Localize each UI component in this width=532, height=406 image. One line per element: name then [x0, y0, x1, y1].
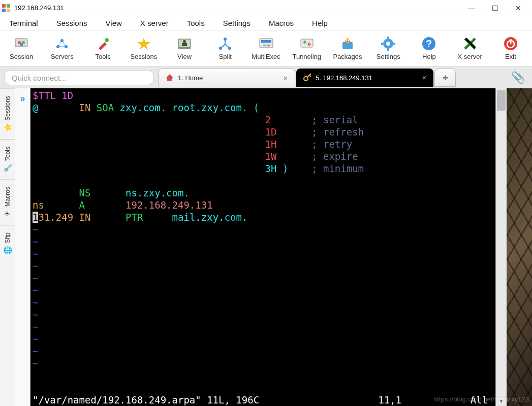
term-text: ns.zxy.com. [126, 187, 190, 198]
tool-xserver[interactable]: X server [450, 31, 490, 66]
power-icon [503, 37, 518, 51]
terminal[interactable]: $TTL 1D @ IN SOA zxy.com. root.zxy.com. … [30, 88, 495, 406]
tools-icon [96, 37, 111, 51]
paperclip-icon[interactable]: 📎 [511, 71, 525, 84]
left-sidebar-tabs: ⭐Sessions 🔧Tools ✈Macros 🌐Sftp [0, 88, 15, 406]
tool-split[interactable]: Split [205, 31, 245, 66]
term-text: mail.zxy.com. [172, 212, 248, 223]
sidetab-sftp[interactable]: 🌐Sftp [0, 225, 15, 261]
menu-help[interactable]: Help [303, 16, 337, 30]
status-file: "/var/named/192.168.249.arpa" 11L, 196C [33, 394, 259, 406]
term-tilde: ~ [33, 333, 38, 345]
tool-exit[interactable]: Exit [490, 31, 531, 66]
svg-point-40 [304, 77, 308, 81]
scroll-thumb[interactable] [497, 90, 506, 111]
split-icon [217, 37, 233, 51]
tool-view[interactable]: View [164, 31, 205, 66]
sidetab-macros[interactable]: ✈Macros [0, 179, 15, 225]
tab-add-button[interactable]: ✚ [434, 69, 456, 87]
tool-label: Session [10, 53, 33, 60]
term-comment: ; refresh [311, 126, 364, 138]
globe-icon: 🌐 [4, 246, 12, 255]
title-text: 192.168.249.131 [14, 4, 460, 12]
menu-sessions[interactable]: Sessions [47, 16, 97, 30]
menu-tools[interactable]: Tools [178, 16, 214, 30]
session-icon [14, 37, 29, 51]
menu-settings[interactable]: Settings [214, 16, 260, 30]
desktop-background-sliver [507, 88, 532, 406]
term-value: 1H [265, 139, 277, 150]
tool-label: Settings [377, 53, 400, 60]
svg-rect-33 [381, 43, 384, 45]
svg-rect-1 [7, 4, 10, 8]
window-controls: — ☐ ✕ [460, 1, 530, 16]
svg-text:?: ? [426, 38, 432, 49]
svg-rect-3 [7, 9, 10, 12]
sidetab-label: Sessions [4, 96, 11, 121]
svg-rect-28 [342, 42, 353, 49]
scrollbar[interactable]: ▼ [495, 88, 507, 406]
term-text: 31.249 [38, 212, 79, 223]
maximize-button[interactable]: ☐ [483, 1, 507, 16]
tab-session-active[interactable]: 5. 192.168.249.131 × [296, 69, 433, 87]
tool-label: Split [219, 53, 232, 60]
term-tilde: ~ [33, 297, 38, 308]
term-text: @ [33, 102, 79, 113]
tab-home[interactable]: 1. Home × [158, 69, 295, 87]
tab-label: 1. Home [178, 74, 203, 82]
chevron-right-icon: » [20, 93, 25, 104]
sidetab-tools[interactable]: 🔧Tools [0, 139, 15, 179]
tab-close-icon[interactable]: × [422, 74, 426, 82]
sidetab-label: Sftp [4, 232, 11, 243]
term-value: 1W [265, 151, 277, 162]
gear-icon [381, 37, 396, 51]
term-tilde: ~ [33, 224, 38, 235]
svg-point-7 [20, 43, 23, 46]
menu-macros[interactable]: Macros [260, 16, 303, 30]
tunneling-icon [299, 37, 315, 51]
star-icon: ⭐ [4, 123, 12, 132]
status-pos: 11,1 [378, 394, 401, 406]
term-comment: ; retry [311, 139, 352, 150]
cursor: 1 [33, 212, 38, 223]
tool-help[interactable]: ?Help [409, 31, 449, 66]
menubar: Terminal Sessions View X server Tools Se… [0, 16, 532, 30]
term-tilde: ~ [33, 346, 38, 357]
home-icon [166, 73, 174, 83]
sidetab-sessions[interactable]: ⭐Sessions [0, 88, 15, 139]
tool-servers[interactable]: Servers [42, 31, 82, 66]
term-text: $TTL 1D [33, 90, 73, 101]
tool-label: Help [422, 53, 436, 60]
tool-packages[interactable]: Packages [327, 31, 368, 66]
tool-settings[interactable]: Settings [368, 31, 409, 66]
svg-rect-32 [387, 48, 389, 51]
sidebar-expand[interactable]: » [15, 88, 30, 406]
term-tilde: ~ [33, 285, 38, 296]
tool-sessions[interactable]: Sessions [123, 31, 164, 66]
x-icon [462, 37, 478, 51]
tool-label: X server [457, 53, 482, 60]
menu-terminal[interactable]: Terminal [0, 16, 47, 30]
send-icon: ✈ [4, 211, 12, 217]
term-tilde: ~ [33, 273, 38, 284]
minimize-button[interactable]: — [460, 1, 483, 16]
tool-tunneling[interactable]: Tunneling [287, 31, 327, 66]
tool-multiexec[interactable]: MultiExec [245, 31, 286, 66]
menu-xserver[interactable]: X server [131, 16, 178, 30]
svg-line-12 [62, 41, 66, 47]
term-tilde: ~ [33, 358, 38, 369]
term-comment: ; minimum [311, 163, 364, 174]
close-button[interactable]: ✕ [507, 1, 530, 16]
vim-status-line: "/var/named/192.168.249.arpa" 11L, 196C1… [30, 394, 495, 406]
tab-label: 5. 192.168.249.131 [316, 74, 372, 82]
menu-view[interactable]: View [97, 16, 131, 30]
quick-connect-input[interactable]: Quick connect... [4, 70, 154, 85]
svg-rect-2 [2, 9, 6, 12]
key-icon [303, 73, 311, 83]
tool-session[interactable]: Session [1, 31, 42, 66]
svg-line-11 [58, 41, 62, 47]
tab-close-icon[interactable]: × [284, 74, 288, 82]
tool-label: Packages [333, 53, 362, 60]
tool-tools[interactable]: Tools [82, 31, 123, 66]
svg-rect-24 [261, 40, 271, 43]
